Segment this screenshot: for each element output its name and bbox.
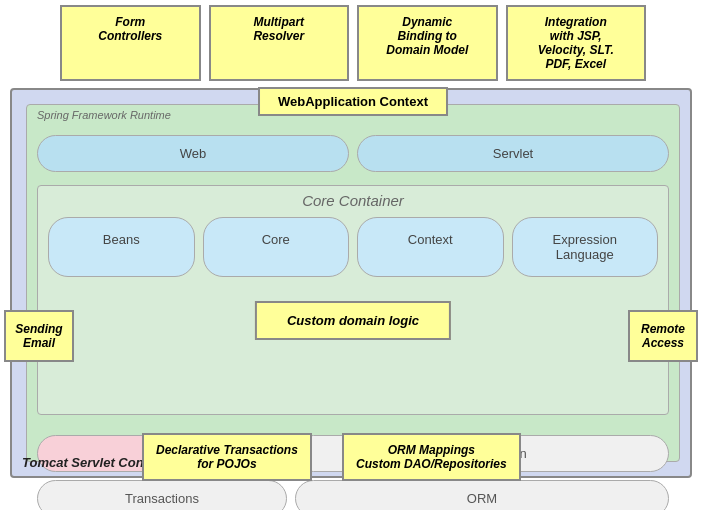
web-box: Web (37, 135, 349, 172)
web-servlet-row: Web Servlet (37, 135, 669, 172)
transactions-orm-row: Transactions ORM (37, 480, 669, 510)
context-box: Context (357, 217, 504, 277)
declarative-transactions-box: Declarative Transactionsfor POJOs (142, 433, 312, 481)
core-container: Core Container Beans Core Context Expres… (37, 185, 669, 415)
top-boxes: FormControllers MultipartResolver Dynami… (60, 5, 646, 81)
transactions-box: Transactions (37, 480, 287, 510)
orm-mappings-box: ORM MappingsCustom DAO/Repositories (342, 433, 521, 481)
integration-box: Integrationwith JSP,Velocity, SLT.PDF, E… (506, 5, 647, 81)
remote-access-box: RemoteAccess (628, 310, 698, 362)
multipart-resolver-box: MultipartResolver (209, 5, 350, 81)
expression-language-box: ExpressionLanguage (512, 217, 659, 277)
core-container-label: Core Container (38, 186, 668, 209)
sending-email-box: SendingEmail (4, 310, 74, 362)
orm-box: ORM (295, 480, 669, 510)
spring-label: Spring Framework Runtime (37, 109, 171, 121)
core-box: Core (203, 217, 350, 277)
dynamic-binding-box: DynamicBinding toDomain Model (357, 5, 498, 81)
main-wrapper: FormControllers MultipartResolver Dynami… (0, 0, 706, 510)
servlet-box: Servlet (357, 135, 669, 172)
beans-row: Beans Core Context ExpressionLanguage (48, 217, 658, 277)
form-controllers-box: FormControllers (60, 5, 201, 81)
spring-container: Spring Framework Runtime WebApplication … (26, 104, 680, 462)
tomcat-container: Spring Framework Runtime WebApplication … (10, 88, 692, 478)
webapp-context: WebApplication Context (258, 87, 448, 116)
beans-box: Beans (48, 217, 195, 277)
custom-domain-box: Custom domain logic (255, 301, 451, 340)
